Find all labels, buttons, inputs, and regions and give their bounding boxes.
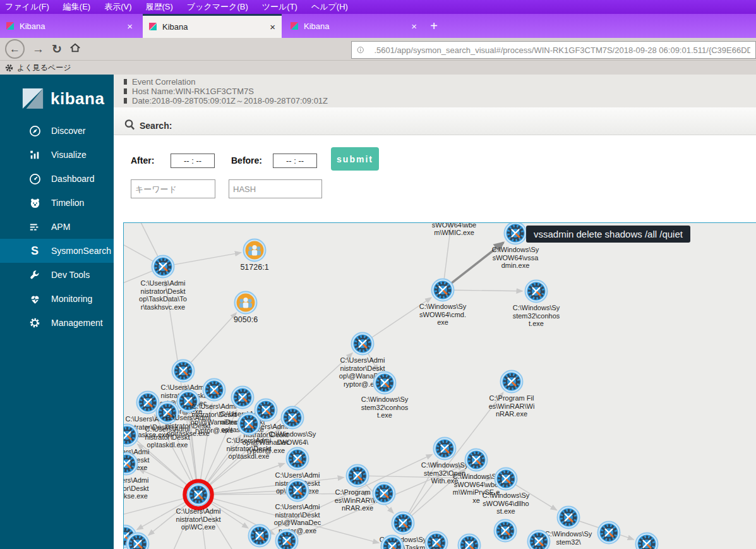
process-gear-icon (428, 432, 461, 465)
process-node[interactable]: C:\Users\Administrator\Desktop\taskdl.ex… (232, 407, 265, 440)
after-time-input[interactable] (171, 154, 215, 168)
network-node[interactable]: 51726:1 (238, 234, 271, 267)
sidebar-item-apm[interactable]: APM (0, 215, 114, 239)
hash-input[interactable] (229, 179, 322, 198)
browser-tab-0[interactable]: Kibana× (0, 14, 139, 38)
browser-window: { "browser": { "menu_items": ["ファイル(F)",… (0, 0, 756, 549)
forward-button[interactable]: → (32, 43, 44, 55)
process-gear-icon (489, 514, 522, 547)
process-node[interactable] (453, 529, 486, 549)
tab-close-icon[interactable]: × (270, 21, 275, 32)
process-node[interactable] (420, 526, 453, 549)
info-icon[interactable] (357, 45, 364, 55)
process-node[interactable]: C:\Users\Administrator\Desktop\@WanaDecr… (167, 354, 200, 387)
sysmonsearch-content: Event CorrelationHost Name:WIN-RK1GF3CTM… (114, 75, 756, 549)
url-text[interactable]: .5601/app/sysmon_search_visual#/process/… (374, 45, 750, 55)
sidebar-item-dashboard[interactable]: Dashboard (0, 167, 114, 191)
keyword-input[interactable] (131, 179, 215, 198)
header-line-2: Date:2018-09-28T05:09:01Z～2018-09-28T07:… (114, 96, 756, 106)
process-node[interactable]: C:\Windows\System32\OpenWith.exe (428, 432, 461, 465)
menu-item-0[interactable]: ファイル(F) (5, 1, 49, 13)
heartbeat-icon (28, 293, 42, 305)
url-bar[interactable]: .5601/app/sysmon_search_visual#/process/… (351, 41, 756, 59)
search-form: After: Before: submit (114, 136, 756, 210)
process-node[interactable] (123, 528, 154, 549)
process-node[interactable]: C:\Users\Administrator\Desktop\TaskData\… (147, 250, 179, 283)
kibana-logo-icon (21, 87, 44, 110)
wrench-icon (28, 268, 42, 281)
sidebar-item-sysmonsearch[interactable]: SSysmonSearch (0, 239, 114, 263)
process-gear-icon (281, 442, 314, 475)
kibana-logo[interactable]: kibana (0, 75, 114, 119)
graph-edge (454, 290, 522, 291)
process-node[interactable]: C:\Windows\System32\ (552, 501, 585, 534)
network-node[interactable]: 9050:6 (229, 286, 262, 319)
menu-item-4[interactable]: ブックマーク(B) (187, 1, 248, 13)
process-node[interactable] (368, 477, 400, 510)
process-node[interactable]: C:\Windows\SysWOW64\dllhost.exe (489, 462, 522, 495)
home-icon (69, 42, 81, 54)
tab-close-icon[interactable]: × (127, 21, 133, 32)
process-node[interactable]: C:\Users\Administrator\Desktop\taskse.ex… (123, 447, 143, 480)
before-label: Before: (231, 155, 262, 166)
command-tooltip: vssadmin delete shadows /all /quiet (526, 226, 690, 243)
process-node[interactable] (489, 514, 522, 547)
process-gear-icon (420, 526, 453, 549)
process-node[interactable]: C:\Windows\SysWOW64\ (276, 401, 309, 434)
sidebar-item-monitoring[interactable]: Monitoring (0, 287, 114, 311)
process-node[interactable] (630, 528, 663, 549)
tab-title: Kibana (20, 21, 122, 31)
node-label: C:\Users\Administrator\Desktop\taskdl.ex… (225, 437, 273, 461)
menu-item-3[interactable]: 履歴(S) (146, 1, 173, 13)
process-gear-icon (376, 530, 409, 549)
process-node[interactable]: C:\Users\Administrator\Desktop\@WanaDecr… (281, 474, 314, 507)
process-gear-icon (232, 407, 265, 440)
process-graph-canvas[interactable]: C:\Users\Administrator\Desktop\TaskData\… (123, 222, 756, 549)
back-button[interactable]: ← (5, 39, 25, 59)
sidebar-item-timelion[interactable]: Timelion (0, 191, 114, 215)
before-time-input[interactable] (273, 154, 317, 168)
menu-item-2[interactable]: 表示(V) (104, 1, 131, 13)
process-node[interactable]: C:\Windows\SysWOW64\wbem\WmiPrvSE.exe (460, 443, 493, 476)
node-label: C:\Program Files\WinRAR\WinRAR.exe (488, 394, 536, 418)
process-gear-icon (270, 524, 303, 549)
menu-item-5[interactable]: ツール(T) (262, 1, 297, 13)
process-node[interactable]: C:\Windows\System32\conhost.exe (368, 366, 401, 399)
process-node[interactable] (522, 525, 555, 549)
search-title: Search: (140, 121, 172, 131)
sidebar-item-management[interactable]: Management (0, 311, 114, 335)
process-node[interactable] (592, 516, 625, 549)
tab-close-icon[interactable]: × (411, 21, 417, 32)
sidebar-item-discover[interactable]: Discover (0, 119, 114, 143)
process-gear-icon (276, 401, 309, 434)
process-node[interactable]: C:\Users\Administrator\Desktop\taskse.ex… (281, 442, 314, 475)
sidebar-item-label: SysmonSearch (51, 246, 111, 256)
node-label: 51726:1 (228, 263, 281, 272)
menu-item-6[interactable]: ヘルプ(H) (311, 1, 348, 13)
process-node-highlighted[interactable]: C:\Users\Administrator\Desktop\WC.exe (182, 478, 215, 511)
process-node[interactable] (376, 530, 409, 549)
frequent-pages-bookmark[interactable]: よく見るページ (17, 63, 71, 73)
process-gear-icon (460, 443, 493, 476)
new-tab-button[interactable]: + (423, 14, 445, 38)
reload-button[interactable]: ↻ (52, 43, 62, 55)
bullet-icon (124, 79, 127, 85)
process-node[interactable]: C:\Users\Administrator\Desktop\@WanaDecr… (346, 327, 379, 360)
process-node[interactable]: C:\Windows\System32\conhost.exe (520, 275, 553, 308)
home-button[interactable] (69, 42, 81, 56)
network-group-icon (229, 286, 262, 319)
sidebar-item-label: Visualize (51, 150, 87, 160)
browser-tab-1[interactable]: Kibana× (143, 14, 282, 38)
kibana-sidebar: kibana DiscoverVisualizeDashboardTimelio… (0, 75, 114, 549)
process-gear-icon (495, 365, 528, 398)
submit-button[interactable]: submit (331, 147, 379, 171)
after-label: After: (131, 155, 154, 166)
process-node[interactable] (270, 524, 303, 549)
process-node[interactable]: C:\Windows\SysWOW64\cmd.exe (426, 274, 459, 306)
sidebar-item-dev-tools[interactable]: Dev Tools (0, 263, 114, 287)
browser-tab-2[interactable]: Kibana× (284, 14, 423, 38)
sidebar-item-visualize[interactable]: Visualize (0, 143, 114, 167)
process-gear-icon (123, 447, 143, 480)
menu-item-1[interactable]: 編集(E) (63, 1, 90, 13)
process-node[interactable]: C:\Program Files\WinRAR\WinRAR.exe (495, 365, 528, 398)
